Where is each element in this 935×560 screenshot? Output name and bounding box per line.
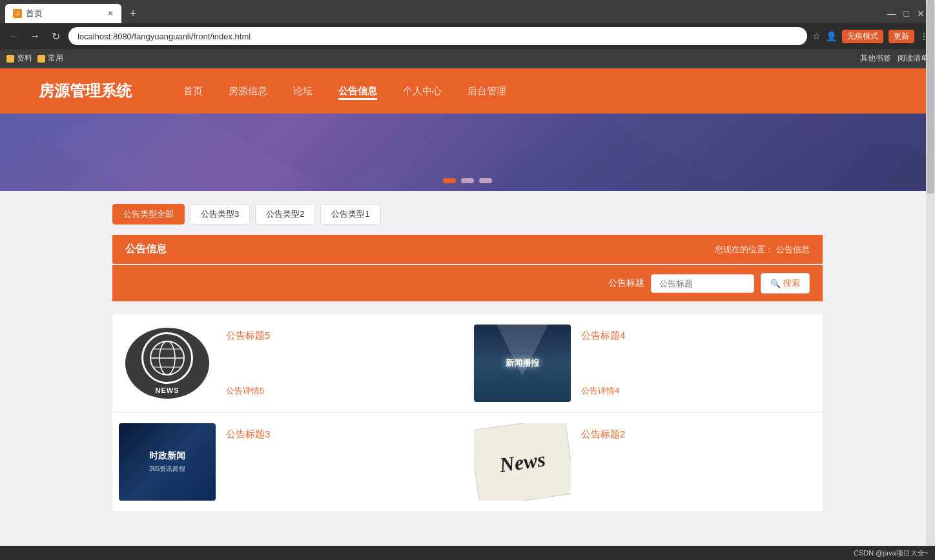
bookmark-icon	[37, 55, 45, 63]
scrollbar[interactable]	[926, 0, 935, 525]
news-text-2: 公告标题2	[581, 423, 816, 501]
newspaper-text: News	[498, 447, 547, 477]
bookmark-item-resources[interactable]: 资料	[6, 53, 32, 64]
filter-tab-1[interactable]: 公告类型1	[320, 204, 380, 225]
banner	[0, 114, 935, 191]
shizhengg-sub: 365资讯简报	[149, 465, 186, 474]
news-image-2: News	[474, 423, 571, 501]
banner-dot-3[interactable]	[479, 178, 492, 183]
update-button[interactable]: 更新	[889, 30, 914, 43]
search-button[interactable]: 🔍 搜索	[761, 273, 810, 294]
section-header: 公告信息 您现在的位置： 公告信息	[112, 235, 823, 264]
star-icon[interactable]: ☆	[812, 31, 821, 41]
news-image-5: NEWS	[119, 325, 216, 402]
scrollbar-thumb[interactable]	[927, 0, 934, 194]
bookmark-label: 资料	[17, 53, 32, 64]
bookmarks-bar: 资料 常用 其他书签 阅读清单	[0, 49, 935, 68]
banner-dot-1[interactable]	[443, 178, 456, 183]
news-text-3: 公告标题3	[226, 423, 461, 501]
filter-tabs: 公告类型全部 公告类型3 公告类型2 公告类型1	[112, 204, 823, 225]
window-controls: — □ ✕	[887, 8, 930, 19]
forward-button[interactable]: →	[27, 30, 43, 42]
search-input[interactable]	[651, 274, 754, 293]
nav-forum[interactable]: 论坛	[293, 83, 313, 100]
news-desc-5[interactable]: 公告详情5	[226, 385, 461, 397]
active-tab[interactable]: J 首页 ✕	[5, 4, 121, 23]
news-title-5[interactable]: 公告标题5	[226, 330, 461, 342]
tab-close-button[interactable]: ✕	[107, 9, 114, 18]
site-header: 房源管理系统 首页 房源信息 论坛 公告信息 个人中心 后台管理	[0, 68, 935, 114]
profile-icon[interactable]: 👤	[826, 31, 837, 41]
news-title-3[interactable]: 公告标题3	[226, 428, 461, 441]
bookmark-icon	[6, 55, 14, 63]
tab-title: 首页	[26, 8, 43, 19]
maximize-button[interactable]: □	[904, 8, 909, 19]
tab-bar: J 首页 ✕ + — □ ✕	[0, 0, 935, 23]
browser-chrome: J 首页 ✕ + — □ ✕ ← → ↻ ☆ 👤 无痕模式 更新 ⋮ 资料	[0, 0, 935, 68]
bookmark-item-common[interactable]: 常用	[37, 53, 63, 64]
nav-announcement[interactable]: 公告信息	[338, 83, 377, 100]
globe-news-image: NEWS	[125, 328, 209, 399]
news-title-2[interactable]: 公告标题2	[581, 428, 816, 441]
search-icon: 🔍	[770, 279, 781, 288]
breadcrumb-prefix: 您现在的位置：	[715, 245, 774, 254]
nav-home[interactable]: 首页	[183, 83, 203, 100]
news-text-5: 公告标题5 公告详情5	[226, 325, 461, 402]
minimize-button[interactable]: —	[887, 8, 896, 19]
banner-dot-2[interactable]	[461, 178, 474, 183]
no-incognito-button[interactable]: 无痕模式	[842, 30, 883, 43]
news-item-2: News 公告标题2	[468, 413, 823, 512]
globe-circle	[141, 332, 193, 384]
site-nav: 首页 房源信息 论坛 公告信息 个人中心 后台管理	[183, 83, 506, 100]
address-bar: ← → ↻ ☆ 👤 无痕模式 更新 ⋮	[0, 23, 935, 49]
news-text-4: 公告标题4 公告详情4	[581, 325, 816, 402]
back-button[interactable]: ←	[6, 30, 22, 42]
banner-dots	[443, 178, 492, 183]
filter-tab-2[interactable]: 公告类型2	[255, 204, 315, 225]
filter-tab-3[interactable]: 公告类型3	[190, 204, 250, 225]
globe-text: NEWS	[156, 386, 180, 394]
close-button[interactable]: ✕	[917, 8, 925, 19]
news-image-3: 时政新闻 365资讯简报	[119, 423, 216, 501]
breadcrumb-current: 公告信息	[776, 245, 810, 254]
news-title-4[interactable]: 公告标题4	[581, 330, 816, 342]
shizhengg-title: 时政新闻	[149, 450, 185, 462]
section-title: 公告信息	[125, 243, 167, 256]
tab-favicon: J	[13, 9, 22, 18]
nav-personal-center[interactable]: 个人中心	[403, 83, 442, 100]
bookmark-label: 常用	[48, 53, 63, 64]
breadcrumb: 您现在的位置： 公告信息	[715, 244, 810, 255]
nav-house-info[interactable]: 房源信息	[229, 83, 267, 100]
address-input[interactable]	[68, 27, 807, 45]
search-label: 公告标题	[608, 277, 644, 289]
search-button-label: 搜索	[783, 277, 800, 289]
bookmark-right: 其他书签 阅读清单	[860, 53, 929, 64]
content-grid: NEWS 公告标题5 公告详情5 新闻播报 公告标题4	[112, 314, 823, 512]
news-item-4: 新闻播报 公告标题4 公告详情4	[468, 314, 823, 413]
site-logo: 房源管理系统	[39, 81, 132, 101]
spotlight-image: 新闻播报	[474, 325, 571, 402]
shizhengg-image: 时政新闻 365资讯简报	[119, 423, 216, 501]
search-bar: 公告标题 🔍 搜索	[112, 265, 823, 301]
main-content: 公告类型全部 公告类型3 公告类型2 公告类型1 公告信息 您现在的位置： 公告…	[112, 191, 823, 525]
newspaper-image: News	[474, 423, 571, 501]
other-bookmarks-link[interactable]: 其他书签	[860, 53, 891, 64]
spotlight-text: 新闻播报	[506, 357, 539, 369]
new-tab-button[interactable]: +	[124, 5, 142, 23]
address-actions: ☆ 👤 无痕模式 更新 ⋮	[812, 30, 929, 43]
news-item-5: NEWS 公告标题5 公告详情5	[112, 314, 468, 413]
news-image-4: 新闻播报	[474, 325, 571, 402]
news-item-3: 时政新闻 365资讯简报 公告标题3	[112, 413, 468, 512]
page-content: 房源管理系统 首页 房源信息 论坛 公告信息 个人中心 后台管理	[0, 68, 935, 525]
reload-button[interactable]: ↻	[48, 30, 63, 43]
reading-list-link[interactable]: 阅读清单	[898, 53, 929, 64]
nav-admin[interactable]: 后台管理	[468, 83, 506, 100]
filter-tab-all[interactable]: 公告类型全部	[112, 204, 185, 225]
news-desc-4[interactable]: 公告详情4	[581, 385, 816, 397]
